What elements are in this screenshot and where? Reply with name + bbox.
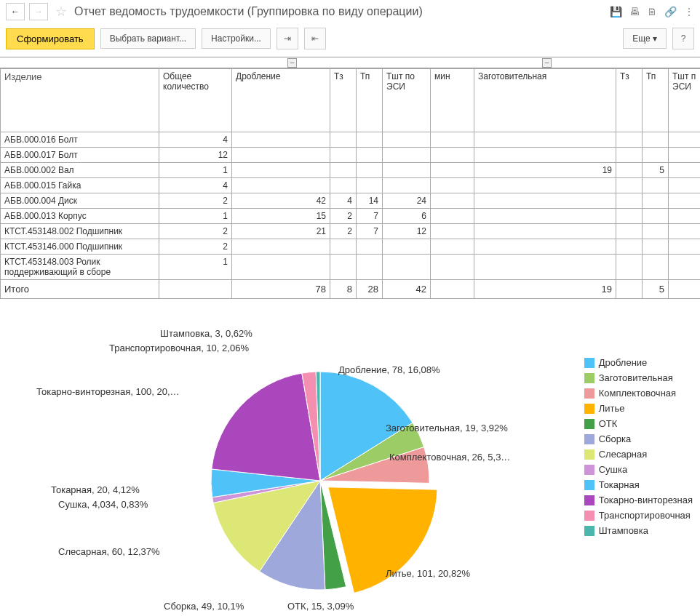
col-min: мин	[431, 69, 474, 132]
col-tp2: Тп	[643, 69, 669, 132]
print-icon[interactable]: 🖶	[629, 6, 640, 17]
col-op1: Дробление	[232, 69, 330, 132]
forward-button[interactable]: →	[29, 3, 48, 20]
chart-legend: ДроблениеЗаготовительнаяКомплектовочнаяЛ…	[584, 357, 693, 540]
link-icon[interactable]: 🔗	[664, 6, 677, 17]
page-title: Отчет ведомость трудоемкости (Группировк…	[74, 5, 605, 18]
table-row[interactable]: АБВ.000.013 Корпус115276	[1, 209, 701, 224]
legend-swatch	[584, 358, 594, 368]
choose-variant-button[interactable]: Выбрать вариант...	[100, 28, 196, 49]
legend-item[interactable]: Слесарная	[584, 449, 693, 460]
legend-swatch	[584, 419, 594, 429]
chart-label: Литье, 101, 20,82%	[386, 568, 470, 579]
preview-icon[interactable]: 🗎	[647, 6, 657, 17]
chart-label: Дробление, 78, 16,08%	[338, 364, 440, 375]
col-tp: Тп	[357, 69, 383, 132]
legend-item[interactable]: Комплектовочная	[584, 388, 693, 399]
table-row[interactable]: АБВ.000.016 Болт4	[1, 132, 701, 148]
legend-swatch	[584, 449, 594, 460]
legend-swatch	[584, 388, 594, 399]
legend-item[interactable]: Литье	[584, 403, 693, 414]
table-row[interactable]: КТСТ.453146.000 Подшипник2	[1, 239, 701, 255]
legend-item[interactable]: ОТК	[584, 418, 693, 429]
legend-swatch	[584, 526, 594, 536]
chart-label: Токарная, 20, 4,12%	[51, 484, 140, 495]
col-tsht: Тшт по ЭСИ	[383, 69, 431, 132]
col-product: Изделие	[1, 69, 159, 132]
table-row[interactable]: АБВ.000.015 Гайка4	[1, 178, 701, 193]
col-qty: Общее количество	[159, 69, 232, 132]
chart-label: Сушка, 4,034, 0,83%	[58, 499, 148, 510]
menu-icon[interactable]: ⋮	[684, 6, 694, 17]
legend-item[interactable]: Заготовительная	[584, 372, 693, 383]
settings-button[interactable]: Настройки...	[202, 28, 271, 49]
legend-item[interactable]: Сборка	[584, 433, 693, 444]
report-table: Изделие Общее количество Дробление Тз Тп…	[0, 68, 700, 299]
col-tz2: Тз	[616, 69, 643, 132]
chart-label: ОТК, 15, 3,09%	[287, 601, 354, 612]
collapse-toggle-1[interactable]: –	[287, 58, 297, 68]
table-row[interactable]: АБВ.000.004 Диск24241424	[1, 193, 701, 209]
chart-label: Сборка, 49, 10,1%	[164, 601, 244, 612]
legend-swatch	[584, 480, 594, 490]
chart-label: Транспортировочная, 10, 2,06%	[109, 343, 249, 353]
chart-label: Комплектовочная, 26, 5,3…	[389, 452, 510, 463]
col-tz: Тз	[330, 69, 357, 132]
legend-item[interactable]: Сушка	[584, 464, 693, 475]
chart-label: Заготовительная, 19, 3,92%	[386, 423, 508, 433]
legend-item[interactable]: Токарная	[584, 479, 693, 490]
chart-label: Токарно-винторезная, 100, 20,…	[36, 386, 180, 397]
legend-swatch	[584, 465, 594, 475]
generate-button[interactable]: Сформировать	[6, 28, 95, 49]
table-row[interactable]: АБВ.000.017 Болт12	[1, 148, 701, 163]
table-row[interactable]: КТСТ.453148.002 Подшипник2212712	[1, 224, 701, 239]
table-row[interactable]: АБВ.000.002 Вал1195	[1, 163, 701, 178]
back-button[interactable]: ←	[6, 3, 25, 20]
collapse-toggle-2[interactable]: –	[542, 58, 552, 68]
legend-item[interactable]: Дробление	[584, 357, 693, 368]
pie-slice[interactable]	[212, 373, 320, 481]
legend-swatch	[584, 434, 594, 444]
collapse-icon[interactable]: ⇤	[304, 28, 326, 49]
chart-label: Слесарная, 60, 12,37%	[58, 546, 160, 557]
favorite-icon[interactable]: ☆	[55, 4, 67, 20]
help-button[interactable]: ?	[672, 28, 694, 49]
legend-item[interactable]: Транспортировочная	[584, 510, 693, 521]
legend-swatch	[584, 511, 594, 521]
legend-swatch	[584, 404, 594, 414]
legend-swatch	[584, 373, 594, 383]
total-label: Итого	[1, 280, 159, 299]
more-button[interactable]: Еще ▾	[623, 28, 667, 49]
col-op2: Заготовительная	[474, 69, 616, 132]
save-icon[interactable]: 💾	[610, 6, 622, 17]
table-row[interactable]: КТСТ.453148.003 Ролик поддерживающий в с…	[1, 255, 701, 280]
legend-item[interactable]: Токарно-винторезная	[584, 495, 693, 505]
expand-icon[interactable]: ⇥	[277, 28, 298, 49]
pie-chart: Штамповка, 3, 0,62%Транспортировочная, 1…	[0, 313, 700, 616]
legend-swatch	[584, 495, 594, 505]
chart-label: Штамповка, 3, 0,62%	[160, 328, 252, 339]
col-tsht2: Тшт п ЭСИ	[669, 69, 701, 132]
legend-item[interactable]: Штамповка	[584, 525, 693, 536]
